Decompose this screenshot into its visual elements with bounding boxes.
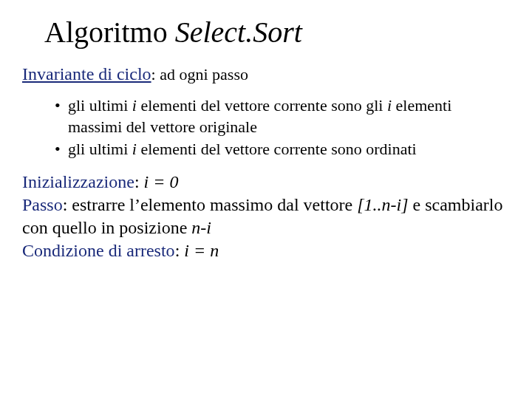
step-line: Passo: estrarre l’elemento massimo dal v… (22, 194, 510, 239)
bullet-text: gli ultimi (68, 140, 132, 158)
stop-value: i = n (184, 241, 219, 260)
invariant-heading: Invariante di ciclo: ad ogni passo (22, 63, 510, 85)
step-range: [1..n-i] (357, 195, 408, 214)
list-item: gli ultimi i elementi del vettore corren… (55, 95, 510, 137)
title-text-italic: Select.Sort (175, 16, 302, 49)
step-text: : estrarre l’elemento massimo dal vettor… (63, 195, 358, 214)
step-pos: n-i (191, 218, 211, 237)
invariant-label: Invariante di ciclo (22, 64, 151, 83)
bullet-text: elementi del vettore corrente sono ordin… (137, 140, 417, 158)
invariant-bullets: gli ultimi i elementi del vettore corren… (22, 95, 510, 160)
stop-line: Condizione di arresto: i = n (22, 239, 510, 262)
slide: Algoritmo Select.Sort Invariante di cicl… (0, 0, 532, 278)
slide-title: Algoritmo Select.Sort (44, 15, 510, 50)
bullet-text: elementi del vettore corrente sono gli (137, 96, 387, 115)
init-label: Inizializzazione (22, 172, 134, 191)
step-label: Passo (22, 195, 63, 214)
initialization-line: Inizializzazione: i = 0 (22, 171, 510, 194)
init-value: i = 0 (144, 172, 179, 191)
list-item: gli ultimi i elementi del vettore corren… (55, 139, 510, 160)
title-text-plain: Algoritmo (44, 16, 175, 49)
stop-label: Condizione di arresto (22, 241, 175, 260)
bullet-text: gli ultimi (68, 96, 132, 115)
invariant-suffix: : ad ogni passo (151, 65, 248, 83)
